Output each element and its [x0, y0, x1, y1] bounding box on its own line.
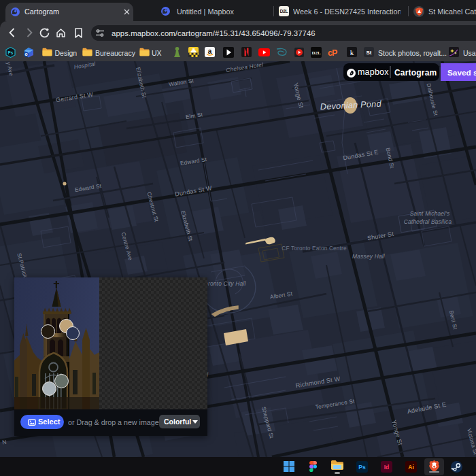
svg-text:Shuter St: Shuter St: [367, 231, 394, 242]
svg-text:o: o: [24, 52, 27, 56]
svg-text:Massey Hall: Massey Hall: [352, 253, 386, 260]
svg-text:Hospital: Hospital: [73, 61, 97, 70]
svg-text:Ps: Ps: [8, 50, 14, 55]
svg-text:cP: cP: [328, 48, 337, 56]
svg-text:Ps: Ps: [358, 464, 366, 471]
svg-text:k: k: [350, 48, 354, 56]
svg-text:Saint Michael's: Saint Michael's: [410, 210, 450, 217]
svg-text:D2L: D2L: [311, 50, 321, 56]
svg-text:Cathedral Basilica: Cathedral Basilica: [404, 218, 452, 225]
svg-text:CF Toronto Eaton Centre: CF Toronto Eaton Centre: [282, 245, 347, 252]
svg-text:Ai: Ai: [408, 464, 414, 471]
svg-text:Id: Id: [384, 464, 390, 471]
svg-text:St: St: [367, 50, 372, 56]
svg-text:Toronto City Hall: Toronto City Hall: [202, 280, 247, 287]
svg-text:Victoria St: Victoria St: [466, 428, 476, 456]
svg-text:a: a: [208, 48, 212, 55]
